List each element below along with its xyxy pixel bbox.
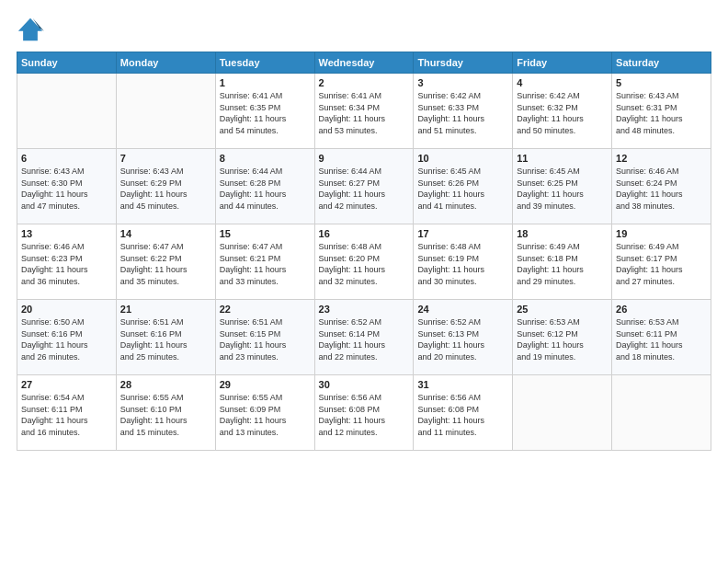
- day-number: 17: [417, 228, 508, 239]
- day-cell: 25Sunrise: 6:53 AM Sunset: 6:12 PM Dayli…: [513, 300, 612, 375]
- day-cell: 15Sunrise: 6:47 AM Sunset: 6:21 PM Dayli…: [215, 224, 314, 300]
- day-cell: 30Sunrise: 6:56 AM Sunset: 6:08 PM Dayli…: [314, 375, 414, 451]
- day-number: 25: [517, 304, 608, 315]
- day-number: 11: [517, 153, 608, 164]
- day-info: Sunrise: 6:44 AM Sunset: 6:28 PM Dayligh…: [220, 166, 311, 212]
- day-cell: [612, 375, 711, 451]
- day-info: Sunrise: 6:49 AM Sunset: 6:17 PM Dayligh…: [616, 241, 707, 287]
- day-number: 21: [120, 304, 211, 315]
- day-number: 8: [220, 153, 311, 164]
- week-row-4: 20Sunrise: 6:50 AM Sunset: 6:16 PM Dayli…: [17, 300, 711, 375]
- day-number: 16: [319, 228, 410, 239]
- day-cell: 18Sunrise: 6:49 AM Sunset: 6:18 PM Dayli…: [513, 224, 612, 300]
- day-cell: 26Sunrise: 6:53 AM Sunset: 6:11 PM Dayli…: [612, 300, 711, 375]
- day-cell: 8Sunrise: 6:44 AM Sunset: 6:28 PM Daylig…: [215, 149, 314, 224]
- day-info: Sunrise: 6:53 AM Sunset: 6:12 PM Dayligh…: [517, 316, 608, 362]
- day-cell: 1Sunrise: 6:41 AM Sunset: 6:35 PM Daylig…: [215, 74, 314, 149]
- calendar-table: SundayMondayTuesdayWednesdayThursdayFrid…: [17, 52, 711, 451]
- weekday-saturday: Saturday: [612, 52, 711, 74]
- day-number: 28: [120, 379, 211, 390]
- day-info: Sunrise: 6:43 AM Sunset: 6:29 PM Dayligh…: [120, 166, 211, 212]
- day-number: 30: [319, 379, 410, 390]
- day-cell: 29Sunrise: 6:55 AM Sunset: 6:09 PM Dayli…: [215, 375, 314, 451]
- day-number: 6: [21, 153, 112, 164]
- day-cell: 11Sunrise: 6:45 AM Sunset: 6:25 PM Dayli…: [513, 149, 612, 224]
- day-info: Sunrise: 6:50 AM Sunset: 6:16 PM Dayligh…: [21, 316, 112, 362]
- logo-icon: [17, 17, 44, 42]
- day-info: Sunrise: 6:43 AM Sunset: 6:31 PM Dayligh…: [616, 90, 707, 136]
- day-cell: 19Sunrise: 6:49 AM Sunset: 6:17 PM Dayli…: [612, 224, 711, 300]
- day-cell: 27Sunrise: 6:54 AM Sunset: 6:11 PM Dayli…: [17, 375, 117, 451]
- day-info: Sunrise: 6:44 AM Sunset: 6:27 PM Dayligh…: [319, 166, 410, 212]
- day-info: Sunrise: 6:48 AM Sunset: 6:20 PM Dayligh…: [319, 241, 410, 287]
- day-cell: 14Sunrise: 6:47 AM Sunset: 6:22 PM Dayli…: [116, 224, 215, 300]
- day-info: Sunrise: 6:47 AM Sunset: 6:22 PM Dayligh…: [120, 241, 211, 287]
- day-number: 24: [417, 304, 508, 315]
- day-info: Sunrise: 6:42 AM Sunset: 6:32 PM Dayligh…: [517, 90, 608, 136]
- weekday-thursday: Thursday: [414, 52, 513, 74]
- day-cell: [17, 74, 117, 149]
- day-info: Sunrise: 6:46 AM Sunset: 6:24 PM Dayligh…: [616, 166, 707, 212]
- day-cell: 23Sunrise: 6:52 AM Sunset: 6:14 PM Dayli…: [314, 300, 414, 375]
- day-number: 12: [616, 153, 707, 164]
- day-cell: 9Sunrise: 6:44 AM Sunset: 6:27 PM Daylig…: [314, 149, 414, 224]
- week-row-1: 1Sunrise: 6:41 AM Sunset: 6:35 PM Daylig…: [17, 74, 711, 149]
- day-number: 14: [120, 228, 211, 239]
- day-info: Sunrise: 6:53 AM Sunset: 6:11 PM Dayligh…: [616, 316, 707, 362]
- day-cell: [116, 74, 215, 149]
- day-number: 23: [319, 304, 410, 315]
- day-number: 15: [220, 228, 311, 239]
- day-cell: 4Sunrise: 6:42 AM Sunset: 6:32 PM Daylig…: [513, 74, 612, 149]
- week-row-3: 13Sunrise: 6:46 AM Sunset: 6:23 PM Dayli…: [17, 224, 711, 300]
- day-info: Sunrise: 6:55 AM Sunset: 6:10 PM Dayligh…: [120, 392, 211, 438]
- day-cell: 7Sunrise: 6:43 AM Sunset: 6:29 PM Daylig…: [116, 149, 215, 224]
- weekday-friday: Friday: [513, 52, 612, 74]
- day-number: 31: [417, 379, 508, 390]
- day-number: 18: [517, 228, 608, 239]
- day-number: 29: [220, 379, 311, 390]
- header: [17, 17, 711, 42]
- day-cell: 2Sunrise: 6:41 AM Sunset: 6:34 PM Daylig…: [314, 74, 414, 149]
- day-cell: 21Sunrise: 6:51 AM Sunset: 6:16 PM Dayli…: [116, 300, 215, 375]
- day-number: 19: [616, 228, 707, 239]
- day-number: 3: [417, 77, 508, 88]
- day-number: 10: [417, 153, 508, 164]
- day-info: Sunrise: 6:49 AM Sunset: 6:18 PM Dayligh…: [517, 241, 608, 287]
- day-info: Sunrise: 6:54 AM Sunset: 6:11 PM Dayligh…: [21, 392, 112, 438]
- day-info: Sunrise: 6:45 AM Sunset: 6:25 PM Dayligh…: [517, 166, 608, 212]
- day-info: Sunrise: 6:47 AM Sunset: 6:21 PM Dayligh…: [220, 241, 311, 287]
- day-info: Sunrise: 6:41 AM Sunset: 6:34 PM Dayligh…: [319, 90, 410, 136]
- day-info: Sunrise: 6:46 AM Sunset: 6:23 PM Dayligh…: [21, 241, 112, 287]
- day-number: 26: [616, 304, 707, 315]
- weekday-header-row: SundayMondayTuesdayWednesdayThursdayFrid…: [17, 52, 711, 74]
- weekday-wednesday: Wednesday: [314, 52, 414, 74]
- day-number: 7: [120, 153, 211, 164]
- day-cell: [513, 375, 612, 451]
- day-cell: 31Sunrise: 6:56 AM Sunset: 6:08 PM Dayli…: [414, 375, 513, 451]
- day-number: 2: [319, 77, 410, 88]
- day-cell: 6Sunrise: 6:43 AM Sunset: 6:30 PM Daylig…: [17, 149, 117, 224]
- day-cell: 13Sunrise: 6:46 AM Sunset: 6:23 PM Dayli…: [17, 224, 117, 300]
- week-row-5: 27Sunrise: 6:54 AM Sunset: 6:11 PM Dayli…: [17, 375, 711, 451]
- weekday-sunday: Sunday: [17, 52, 117, 74]
- day-cell: 16Sunrise: 6:48 AM Sunset: 6:20 PM Dayli…: [314, 224, 414, 300]
- day-number: 1: [220, 77, 311, 88]
- day-info: Sunrise: 6:52 AM Sunset: 6:13 PM Dayligh…: [417, 316, 508, 362]
- day-cell: 3Sunrise: 6:42 AM Sunset: 6:33 PM Daylig…: [414, 74, 513, 149]
- day-info: Sunrise: 6:51 AM Sunset: 6:16 PM Dayligh…: [120, 316, 211, 362]
- day-number: 20: [21, 304, 112, 315]
- day-cell: 28Sunrise: 6:55 AM Sunset: 6:10 PM Dayli…: [116, 375, 215, 451]
- day-number: 27: [21, 379, 112, 390]
- day-cell: 17Sunrise: 6:48 AM Sunset: 6:19 PM Dayli…: [414, 224, 513, 300]
- svg-marker-0: [18, 18, 42, 41]
- day-cell: 10Sunrise: 6:45 AM Sunset: 6:26 PM Dayli…: [414, 149, 513, 224]
- week-row-2: 6Sunrise: 6:43 AM Sunset: 6:30 PM Daylig…: [17, 149, 711, 224]
- day-cell: 22Sunrise: 6:51 AM Sunset: 6:15 PM Dayli…: [215, 300, 314, 375]
- day-info: Sunrise: 6:52 AM Sunset: 6:14 PM Dayligh…: [319, 316, 410, 362]
- day-info: Sunrise: 6:56 AM Sunset: 6:08 PM Dayligh…: [417, 392, 508, 438]
- logo: [17, 17, 48, 42]
- day-cell: 24Sunrise: 6:52 AM Sunset: 6:13 PM Dayli…: [414, 300, 513, 375]
- day-cell: 20Sunrise: 6:50 AM Sunset: 6:16 PM Dayli…: [17, 300, 117, 375]
- day-info: Sunrise: 6:51 AM Sunset: 6:15 PM Dayligh…: [220, 316, 311, 362]
- calendar-body: 1Sunrise: 6:41 AM Sunset: 6:35 PM Daylig…: [17, 74, 711, 451]
